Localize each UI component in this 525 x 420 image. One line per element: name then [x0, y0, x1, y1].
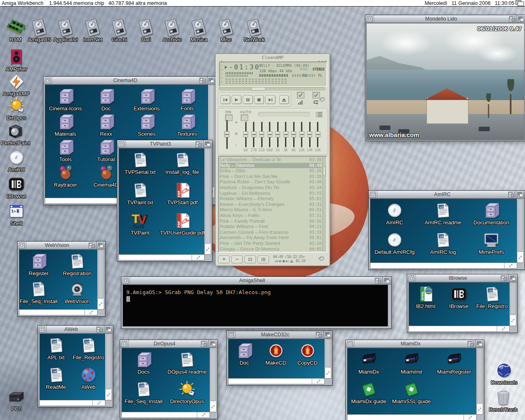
resize-arrows-icon[interactable]: [504, 263, 517, 268]
window-depth-gadget[interactable]: [207, 77, 216, 84]
window-zoom-gadget[interactable]: [195, 140, 203, 148]
window-titlebar[interactable]: WebVision: [18, 242, 105, 249]
window-depth-gadget[interactable]: [517, 15, 525, 23]
window-icon-tvpaint-txt[interactable]: TVPaint.txt: [119, 181, 161, 211]
playlist-toggle-label[interactable]: PL: [318, 73, 322, 78]
window-close-gadget[interactable]: [38, 326, 47, 333]
playlist-item[interactable]: Haiducii – Dragostea Din Tei03:34: [220, 185, 322, 191]
resize-arrows-icon[interactable]: [463, 415, 476, 420]
playlist-item[interactable]: Keane – Everybody's Changes03:31: [220, 202, 322, 208]
resize-arrows-icon[interactable]: [105, 390, 112, 399]
playlist-sort-button[interactable]: [244, 256, 256, 263]
window-close-gadget[interactable]: [121, 277, 130, 284]
window-icon-miamissl-guide[interactable]: MiamiSSL.guide: [390, 380, 433, 409]
horizontal-scrollbar[interactable]: [347, 414, 477, 420]
vscroll-handle[interactable]: [477, 349, 482, 404]
window-icon-miamiregister[interactable]: MiamiRegister: [433, 350, 475, 380]
window-icon-file-seq-install[interactable]: File_Seq_Install: [19, 280, 58, 308]
window-depth-gadget[interactable]: [383, 277, 391, 284]
eq-band-slider-6k[interactable]: [291, 122, 296, 147]
window-close-gadget[interactable]: [407, 274, 416, 282]
shell-output[interactable]: 9.AmigaOS:> SGrab PNG Delay 50 DH7:Aleco…: [123, 285, 388, 326]
window-close-gadget[interactable]: [346, 340, 354, 347]
eq-band-slider-16k[interactable]: [315, 122, 320, 147]
stop-button[interactable]: [254, 95, 265, 104]
hscroll-handle[interactable]: [40, 401, 92, 405]
playlist-item[interactable]: Aerosmith – Fly Away From Here05:01: [220, 235, 322, 241]
playlist-scroll-handle[interactable]: [323, 166, 326, 176]
window-depth-gadget[interactable]: [203, 140, 212, 148]
vertical-scrollbar[interactable]: [324, 339, 331, 379]
eq-band-slider-12k[interactable]: [299, 122, 304, 147]
window-icon-fonts[interactable]: Fonts: [167, 87, 208, 112]
window-titlebar[interactable]: MiamiDx: [346, 340, 484, 348]
window-icon-makecd[interactable]: MakeCD: [260, 341, 292, 368]
desktop-icon-ibrowse[interactable]: IBrowse: [0, 175, 34, 199]
playlist-remove-button[interactable]: −: [231, 256, 243, 263]
window-depth-gadget[interactable]: [96, 242, 105, 249]
hscroll-handle[interactable]: [348, 415, 463, 420]
horizontal-scrollbar[interactable]: [228, 378, 325, 384]
window-icon-docs[interactable]: Docs: [122, 350, 165, 380]
desktop-icon-benchtrash[interactable]: BenchTrash: [486, 388, 520, 413]
hscroll-handle[interactable]: [20, 310, 84, 315]
window-icon-webvision[interactable]: WebVision: [58, 280, 96, 308]
window-titlebar[interactable]: Mondello Lido: [365, 15, 525, 23]
horizontal-scrollbar[interactable]: [19, 309, 98, 315]
desktop-icon-shell[interactable]: 1>Shell: [0, 202, 34, 226]
playlist-item[interactable]: Pink – Family Portrait04:56: [220, 219, 322, 224]
vscroll-handle[interactable]: [518, 199, 523, 252]
window-zoom-gadget[interactable]: [315, 331, 324, 338]
window-zoom-gadget[interactable]: [199, 77, 207, 84]
vscroll-handle[interactable]: [98, 250, 103, 299]
eq-band-slider-310[interactable]: [259, 122, 264, 147]
window-titlebar[interactable]: AWeb: [38, 326, 113, 333]
window-zoom-gadget[interactable]: [96, 326, 104, 333]
window-icon-tvpuserguide-pdf[interactable]: PDFTVPUserGuide.pdf: [161, 211, 203, 242]
playlist-item[interactable]: Le Vibrazioni – Dedicato a Te03:30: [220, 157, 322, 163]
eject-button[interactable]: [279, 95, 290, 104]
window-icon-dopus4-readme[interactable]: DOpus4.readme: [165, 350, 209, 380]
window-icon-extensions[interactable]: Extensions: [126, 87, 167, 112]
resize-arrows-icon[interactable]: [517, 252, 523, 262]
playlist-item[interactable]: Marco Masini – E Ti Amo04:01: [220, 207, 322, 213]
playlist-scrollbar[interactable]: [322, 157, 326, 251]
eq-band-slider-3k[interactable]: [283, 122, 288, 147]
playlist-item[interactable]: Ligabue – Eri Bellissima03:55: [220, 191, 322, 196]
playlist-item[interactable]: Giorgia – Gocce Di Memoria04:05: [220, 247, 322, 252]
playlist-list-button[interactable]: [258, 256, 269, 263]
window-icon-rexx[interactable]: Rexx: [86, 112, 126, 138]
vertical-scrollbar[interactable]: [517, 199, 524, 263]
window-icon-amirc-log[interactable]: AmIRC.log: [419, 231, 467, 260]
window-icon-amirc[interactable]: AmIRC: [370, 201, 419, 231]
preamp-slider[interactable]: [224, 120, 229, 149]
seek-slider[interactable]: [219, 87, 326, 91]
window-icon-file-registro[interactable]: File_Registro: [72, 336, 105, 365]
eq-band-slider-600[interactable]: [267, 122, 272, 147]
window-close-gadget[interactable]: [227, 331, 235, 338]
playlist-item[interactable]: Nelly – Dilemma04:49: [220, 163, 322, 169]
window-icon-registration[interactable]: Registration: [58, 252, 96, 280]
resize-arrows-icon[interactable]: [192, 255, 204, 260]
window-zoom-gadget[interactable]: [200, 340, 209, 347]
window-icon-raytracer[interactable]: Raytracer: [45, 163, 86, 189]
window-icon-file-seq-install[interactable]: File_Seq_Install: [122, 380, 165, 409]
playlist-item[interactable]: Carmen Consoli – Fiori d'arancio03:33: [220, 230, 322, 235]
resize-arrows-icon[interactable]: [84, 310, 97, 315]
desktop-icon-amirc[interactable]: AmiRC: [0, 148, 34, 173]
desktop-icon-amigaamp[interactable]: AmigaAMP: [0, 72, 34, 97]
eq-band-slider-14k[interactable]: [307, 122, 312, 147]
window-icon-directoryopus[interactable]: DirectoryOpus: [165, 380, 209, 409]
playlist-item[interactable]: Alicia Keys – Fallin03:31: [220, 213, 322, 219]
eq-band-slider-170[interactable]: [251, 122, 256, 147]
window-zoom-gadget[interactable]: [374, 277, 383, 284]
window-icon-tvpaint[interactable]: TVVPaintTVPaint: [119, 211, 161, 242]
window-icon-doc[interactable]: Doc: [228, 341, 260, 368]
window-icon-aweb[interactable]: AWeb: [72, 365, 105, 395]
window-icon-copycd[interactable]: CopyCD: [292, 341, 323, 368]
window-icon-miamiinit[interactable]: MiamiInit: [390, 350, 433, 380]
window-titlebar[interactable]: TVPaint3: [117, 140, 212, 148]
previous-button[interactable]: [220, 95, 231, 104]
resize-arrows-icon[interactable]: [325, 368, 331, 378]
mini-transport-icons[interactable]: [273, 260, 294, 263]
